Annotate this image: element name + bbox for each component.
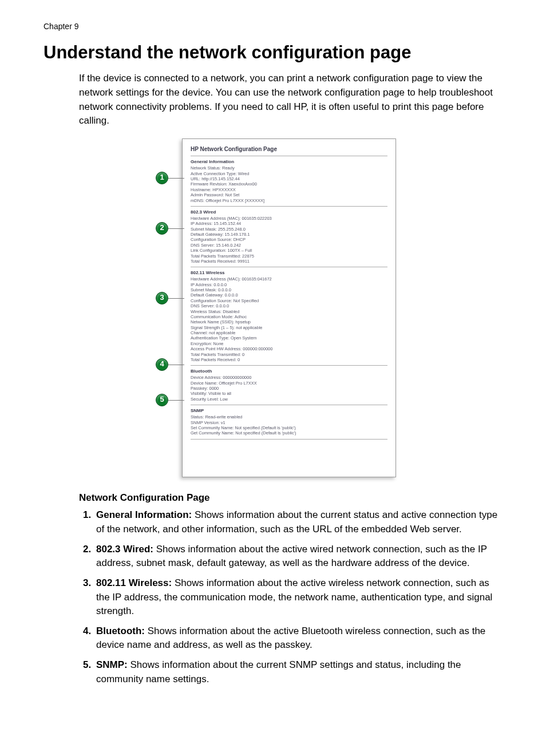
callout-line bbox=[168, 228, 184, 229]
sheet-line: Total Packets Transmitted: 0 bbox=[191, 352, 387, 357]
sheet-line: Device Address: 000000000000 bbox=[191, 375, 387, 380]
sheet-line: Hardware Address (MAC): 001635:041672 bbox=[191, 276, 387, 282]
sheet-line: Encryption: None bbox=[191, 341, 387, 346]
sheet-line: Configuration Source: DHCP bbox=[191, 237, 387, 242]
config-sheet: HP Network Configuration PageGeneral Inf… bbox=[182, 138, 396, 477]
definition-text: Shows information about the current SNMP… bbox=[96, 659, 461, 684]
definition-label: 802.3 Wired: bbox=[96, 544, 153, 555]
sheet-line: Default Gateway: 15.149.178.1 bbox=[191, 232, 387, 237]
sheet-line: Security Level: Low bbox=[191, 397, 387, 402]
sheet-line: Signal Strength (1 – 5): not applicable bbox=[191, 325, 387, 330]
sheet-line: Wireless Status: Disabled bbox=[191, 309, 387, 314]
sheet-line: Network Status: Ready bbox=[191, 165, 387, 171]
definition-label: General Information: bbox=[96, 509, 192, 520]
callout-line bbox=[168, 365, 184, 365]
sheet-line: Access Point HW Address: 000000:000000 bbox=[191, 346, 387, 351]
definition-list: General Information: Shows information a… bbox=[79, 508, 503, 686]
sheet-line: Default Gateway: 0.0.0.0 bbox=[191, 292, 387, 298]
definition-text: Shows information about the active wired… bbox=[96, 544, 487, 569]
definition-item: General Information: Shows information a… bbox=[94, 508, 503, 536]
sheet-line: Active Connection Type: Wired bbox=[191, 171, 387, 176]
callout-line bbox=[168, 178, 184, 179]
sheet-line: Device Name: Officejet Pro L7XXX bbox=[191, 381, 387, 386]
sheet-line: Set Community Name: Not specified (Defau… bbox=[191, 425, 387, 430]
sheet-line: IP Address: 0.0.0.0 bbox=[191, 282, 387, 287]
sheet-line: Total Packets Transmitted: 22875 bbox=[191, 254, 387, 259]
definition-item: 802.11 Wireless: Shows information about… bbox=[94, 576, 503, 619]
callout-badge-3: 3 bbox=[156, 292, 168, 304]
sheet-line: Subnet Mask: 255.255.248.0 bbox=[191, 227, 387, 232]
sheet-line: Passkey: 0000 bbox=[191, 386, 387, 391]
sheet-line: Authentication Type: Open System bbox=[191, 335, 387, 341]
config-page-diagram: 12345 HP Network Configuration PageGener… bbox=[150, 138, 396, 477]
sheet-section-heading: 802.3 Wired bbox=[191, 209, 387, 215]
sheet-line: DNS Server: 15.146.0.242 bbox=[191, 243, 387, 248]
callout-badge-5: 5 bbox=[156, 394, 168, 406]
sheet-line: Get Community Name: Not specified (Defau… bbox=[191, 430, 387, 436]
sheet-line: mDNS: Officejet Pro L7XXX [XXXXXX] bbox=[191, 198, 387, 203]
callout-line bbox=[168, 400, 184, 401]
sheet-line: Network Name (SSID): hpsetup bbox=[191, 319, 387, 324]
sheet-line: Channel: not applicable bbox=[191, 330, 387, 335]
chapter-label: Chapter 9 bbox=[43, 21, 503, 32]
sheet-line: Total Packets Received: 0 bbox=[191, 357, 387, 362]
sheet-line: Firmware Revision: XaexdxxAxx00 bbox=[191, 181, 387, 187]
definition-label: 802.11 Wireless: bbox=[96, 577, 172, 588]
definition-item: 802.3 Wired: Shows information about the… bbox=[94, 543, 503, 571]
callout-column: 12345 bbox=[150, 138, 182, 477]
sheet-section-heading: SNMP bbox=[191, 408, 387, 414]
sheet-line: Visibility: Visible to all bbox=[191, 391, 387, 396]
definition-text: Shows information about the active Bluet… bbox=[96, 626, 485, 651]
list-subheading: Network Configuration Page bbox=[79, 491, 503, 505]
sheet-line: Configuration Source: Not Specified bbox=[191, 298, 387, 303]
sheet-line: Communication Mode: Adhoc bbox=[191, 314, 387, 319]
sheet-title: HP Network Configuration Page bbox=[191, 146, 387, 153]
definition-item: Bluetooth: Shows information about the a… bbox=[94, 624, 503, 652]
sheet-line: Total Packets Received: 99911 bbox=[191, 259, 387, 264]
callout-badge-1: 1 bbox=[156, 172, 168, 184]
definition-item: SNMP: Shows information about the curren… bbox=[94, 658, 503, 686]
callout-badge-2: 2 bbox=[156, 222, 168, 235]
sheet-section-heading: 802.11 Wireless bbox=[191, 270, 387, 276]
intro-paragraph: If the device is connected to a network,… bbox=[79, 72, 503, 128]
sheet-line: Admin Password: Not Set bbox=[191, 192, 387, 197]
sheet-line: Subnet Mask: 0.0.0.0 bbox=[191, 287, 387, 292]
callout-badge-4: 4 bbox=[156, 358, 168, 371]
sheet-section-heading: General Information bbox=[191, 159, 387, 165]
sheet-line: Status: Read-write enabled bbox=[191, 414, 387, 419]
sheet-section-heading: Bluetooth bbox=[191, 369, 387, 374]
definition-label: SNMP: bbox=[96, 659, 128, 670]
sheet-line: SNMP Version: v1 bbox=[191, 420, 387, 425]
sheet-line: IP Address: 15.145.152.44 bbox=[191, 221, 387, 226]
sheet-line: Hardware Address (MAC): 001635:022203 bbox=[191, 216, 387, 221]
sheet-line: Link Configuration: 100TX – Full bbox=[191, 248, 387, 253]
sheet-line: Hostname: HPXXXXXX bbox=[191, 187, 387, 192]
definition-label: Bluetooth: bbox=[96, 626, 145, 636]
sheet-line: URL: http://15.145.152.44 bbox=[191, 176, 387, 181]
sheet-line: DNS Server: 0.0.0.0 bbox=[191, 303, 387, 308]
page-title: Understand the network configuration pag… bbox=[43, 40, 503, 66]
callout-line bbox=[168, 298, 184, 299]
